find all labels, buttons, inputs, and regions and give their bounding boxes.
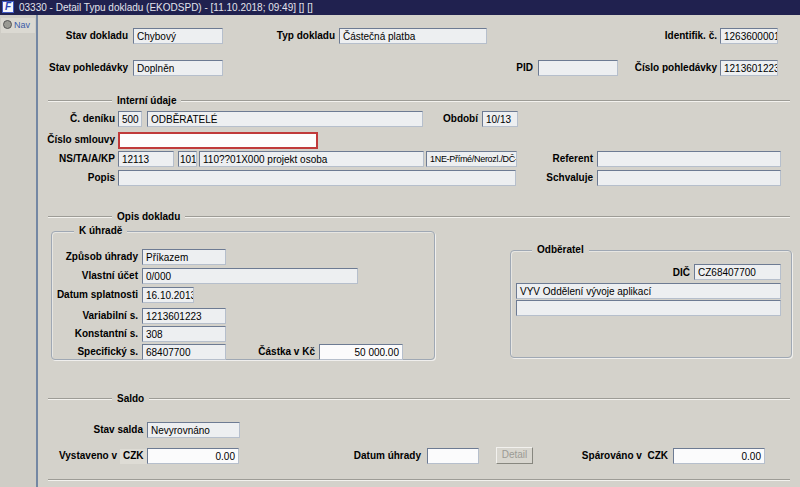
schvaluje-field[interactable] (597, 170, 781, 186)
stav-pohledavky-label: Stav pohledávky (40, 62, 128, 73)
cislo-smlouvy-field[interactable] (118, 132, 318, 149)
c-deniku-name-field[interactable]: ODBĚRATELÉ (147, 111, 423, 127)
referent-field[interactable] (597, 151, 781, 167)
identifik-c-field[interactable]: 1263600001 (720, 28, 778, 44)
vystaveno-currency: CZK (120, 449, 147, 464)
stav-dokladu-label: Stav dokladu (48, 30, 128, 41)
dic-field[interactable]: CZ68407700 (694, 264, 781, 280)
vystaveno-field[interactable]: 0.00 (147, 448, 239, 464)
ns-ta-a-kp-label: NS/TA/A/KP (35, 153, 115, 164)
vlastni-ucet-label: Vlastní účet (60, 270, 138, 281)
ta-field[interactable]: 101 (178, 151, 197, 167)
c-deniku-label: Č. deníku (55, 113, 115, 124)
saldo-divider (48, 398, 790, 400)
bottom-divider (48, 479, 790, 481)
konstantni-s-field[interactable]: 308 (142, 326, 226, 342)
typ-dokladu-field[interactable]: Částečná platba (339, 28, 487, 44)
datum-splatnosti-field[interactable]: 16.10.2013 (142, 287, 194, 303)
kp-field[interactable]: 1NE-Přímé/Nerozl./DČ-E (426, 151, 517, 167)
variabilni-s-field[interactable]: 1213601223 (142, 308, 226, 324)
c-deniku-code-field[interactable]: 500 (118, 111, 142, 127)
sparovano-field[interactable]: 0.00 (673, 448, 765, 464)
pid-label: PID (498, 62, 533, 73)
odberatel-adresa-field[interactable] (516, 300, 781, 316)
title-bar: F 03330 - Detail Typu dokladu (EKODSPD) … (0, 0, 800, 15)
stav-pohledavky-field[interactable]: Doplněn (133, 60, 223, 76)
datum-uhrady-field[interactable] (427, 448, 479, 464)
interni-udaje-section-title: Interní údaje (112, 95, 181, 106)
nav-sidebar: Nav (0, 15, 38, 487)
specificky-s-label: Specifický s. (60, 346, 138, 357)
k-uhrade-group-title: K úhradě (74, 225, 127, 236)
stav-salda-label: Stav salda (85, 424, 143, 435)
popis-label: Popis (63, 172, 115, 183)
datum-uhrady-label: Datum úhrady (351, 450, 421, 461)
cislo-pohledavky-field[interactable]: 1213601223 (720, 60, 778, 76)
obdobi-label: Období (438, 113, 478, 124)
a-field[interactable]: 110??01X000 projekt osoba (199, 151, 424, 167)
pid-field[interactable] (538, 60, 618, 76)
nav-icon (3, 20, 12, 29)
odberatel-nazev-field[interactable]: VYV Oddělení vývoje aplikací (516, 283, 781, 299)
specificky-s-field[interactable]: 68407700 (142, 344, 226, 360)
app-icon: F (2, 1, 14, 13)
datum-splatnosti-label: Datum splatnosti (52, 289, 138, 300)
nav-label: Nav (14, 20, 30, 30)
ns-field[interactable]: 12113 (118, 151, 174, 167)
vlastni-ucet-field[interactable]: 0/000 (142, 268, 358, 284)
saldo-section-title: Saldo (112, 393, 149, 404)
typ-dokladu-label: Typ dokladu (255, 30, 335, 41)
stav-salda-field[interactable]: Nevyrovnáno (147, 422, 240, 438)
detail-button[interactable]: Detail (496, 447, 533, 464)
sparovano-label: Spárováno v CZK (568, 450, 668, 461)
dic-label: DIČ (655, 267, 690, 278)
vystaveno-label: Vystaveno v (50, 450, 117, 461)
cislo-pohledavky-label: Číslo pohledávky (628, 62, 717, 73)
zpusob-uhrady-field[interactable]: Příkazem (142, 249, 226, 265)
opis-dokladu-section-title: Opis dokladu (112, 211, 185, 222)
schvaluje-label: Schvaluje (538, 172, 593, 183)
identifik-c-label: Identifik. č. (640, 30, 717, 41)
popis-field[interactable] (118, 170, 516, 186)
window-title: 03330 - Detail Typu dokladu (EKODSPD) - … (19, 0, 313, 15)
castka-v-kc-label: Částka v Kč (250, 346, 315, 357)
zpusob-uhrady-label: Způsob úhrady (60, 251, 138, 262)
referent-label: Referent (543, 153, 593, 164)
stav-dokladu-field[interactable]: Chybový (133, 28, 223, 44)
variabilni-s-label: Variabilní s. (60, 310, 138, 321)
odberatel-group-title: Odběratel (532, 244, 589, 255)
cislo-smlouvy-label: Číslo smlouvy (35, 134, 115, 145)
nav-button[interactable]: Nav (1, 18, 35, 33)
obdobi-field[interactable]: 10/13 (482, 111, 518, 127)
app-window: F 03330 - Detail Typu dokladu (EKODSPD) … (0, 0, 800, 487)
konstantni-s-label: Konstantní s. (60, 328, 138, 339)
castka-v-kc-field[interactable]: 50 000.00 (319, 344, 403, 360)
